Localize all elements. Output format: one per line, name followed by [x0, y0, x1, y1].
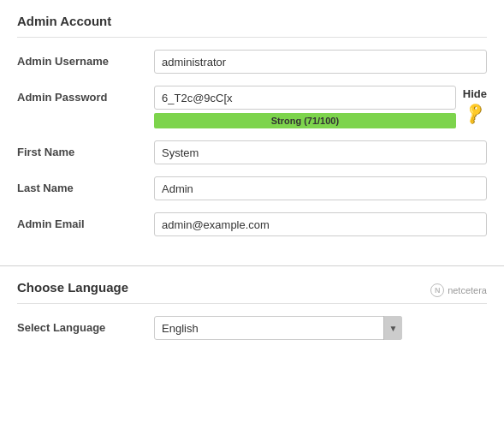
- email-input[interactable]: [154, 212, 487, 236]
- language-select-wrap: English Spanish French German Chinese ▼: [154, 316, 402, 340]
- password-label: Admin Password: [17, 86, 154, 104]
- username-field-wrap: [154, 50, 487, 74]
- email-row: Admin Email: [17, 212, 487, 236]
- firstname-row: First Name: [17, 140, 487, 164]
- firstname-input[interactable]: [154, 140, 487, 164]
- admin-account-section: Admin Account Admin Username Admin Passw…: [0, 0, 504, 266]
- netcetera-logo: N netcetera: [430, 283, 487, 297]
- admin-section-title: Admin Account: [17, 14, 487, 38]
- password-field-wrap: Strong (71/100) Hide 🔑: [154, 86, 487, 128]
- lastname-field-wrap: [154, 176, 487, 200]
- language-section: Choose Language N netcetera Select Langu…: [0, 266, 504, 369]
- hide-button[interactable]: Hide: [463, 87, 487, 100]
- key-icon: 🔑: [462, 100, 488, 126]
- select-language-row: Select Language English Spanish French G…: [17, 316, 487, 340]
- hide-key-area: Hide 🔑: [463, 86, 487, 122]
- language-select[interactable]: English Spanish French German Chinese: [154, 316, 402, 340]
- strength-text: Strong (71/100): [271, 116, 339, 126]
- username-row: Admin Username: [17, 50, 487, 74]
- language-section-title: Choose Language: [17, 280, 487, 304]
- password-input-wrap: Strong (71/100): [154, 86, 456, 128]
- firstname-label: First Name: [17, 140, 154, 158]
- lastname-input[interactable]: [154, 176, 487, 200]
- email-field-wrap: [154, 212, 487, 236]
- lastname-label: Last Name: [17, 176, 154, 194]
- username-input[interactable]: [154, 50, 487, 74]
- username-label: Admin Username: [17, 50, 154, 68]
- email-label: Admin Email: [17, 212, 154, 230]
- password-row: Admin Password Strong (71/100) Hide 🔑: [17, 86, 487, 128]
- password-input[interactable]: [154, 86, 456, 110]
- select-language-label: Select Language: [17, 316, 154, 334]
- firstname-field-wrap: [154, 140, 487, 164]
- netcetera-n-icon: N: [430, 283, 444, 297]
- password-inner: Strong (71/100) Hide 🔑: [154, 86, 487, 128]
- lastname-row: Last Name: [17, 176, 487, 200]
- netcetera-name: netcetera: [448, 285, 487, 295]
- password-strength-bar: Strong (71/100): [154, 113, 456, 128]
